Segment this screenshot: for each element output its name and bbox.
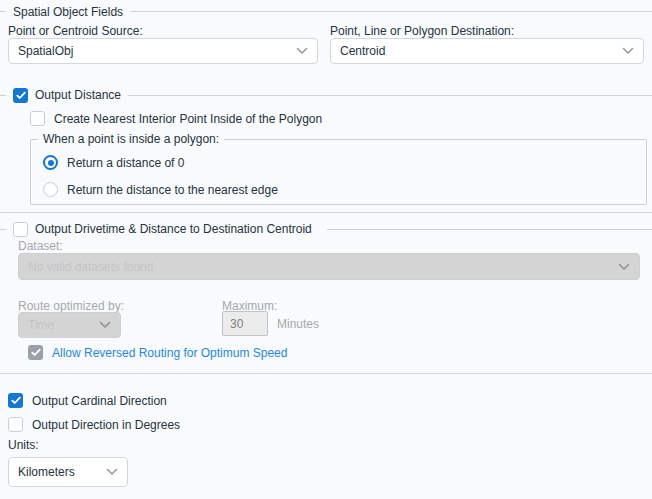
create-nearest-interior-point-row[interactable]: Create Nearest Interior Point Inside of … [30,111,322,126]
output-cardinal-direction-label[interactable]: Output Cardinal Direction [32,394,167,408]
group-border-line [128,95,652,96]
units-select[interactable]: Kilometers [8,457,128,487]
create-nearest-interior-point-label[interactable]: Create Nearest Interior Point Inside of … [54,112,322,126]
group-border-line [0,11,6,12]
source-select-value: SpatialObj [18,44,73,58]
chevron-down-icon [618,263,630,271]
source-field-label: Point or Centroid Source: [8,24,143,38]
output-direction-degrees-row[interactable]: Output Direction in Degrees [8,417,180,432]
check-icon [16,91,26,100]
output-distance-group-header: Output Distance [0,87,652,103]
output-direction-degrees-checkbox[interactable] [8,417,23,432]
output-cardinal-direction-checkbox[interactable] [8,393,23,408]
dataset-select-value: No valid datasets found [28,260,153,274]
output-distance-label[interactable]: Output Distance [35,88,121,102]
route-optimized-select-value: Time [28,318,54,332]
output-drivetime-label[interactable]: Output Drivetime & Distance to Destinati… [35,222,312,236]
chevron-down-icon [296,47,308,55]
group-border-line [327,229,652,230]
output-direction-degrees-label[interactable]: Output Direction in Degrees [32,418,180,432]
spatial-object-fields-group-header: Spatial Object Fields [0,4,652,19]
check-icon [11,396,21,405]
radio-return-distance-0-row[interactable]: Return a distance of 0 [43,155,184,170]
minutes-unit-label: Minutes [277,317,319,331]
distance-tool-config-panel: Spatial Object Fields Point or Centroid … [0,0,652,499]
output-drivetime-checkbox[interactable] [13,222,28,237]
units-select-value: Kilometers [18,465,75,479]
destination-field-label: Point, Line or Polygon Destination: [330,24,514,38]
route-optimized-label: Route optimized by: [18,299,124,313]
create-nearest-interior-point-checkbox[interactable] [30,111,45,126]
check-icon [31,348,41,357]
group-border-line [0,95,6,96]
radio-nearest-edge[interactable] [43,182,58,197]
radio-nearest-edge-label[interactable]: Return the distance to the nearest edge [67,183,278,197]
allow-reversed-routing-row: Allow Reversed Routing for Optimum Speed [28,345,287,360]
output-cardinal-direction-row[interactable]: Output Cardinal Direction [8,393,167,408]
radio-nearest-edge-row[interactable]: Return the distance to the nearest edge [43,182,278,197]
chevron-down-icon [99,321,111,329]
output-drivetime-group-header: Output Drivetime & Distance to Destinati… [0,221,652,237]
allow-reversed-routing-checkbox [28,345,43,360]
maximum-minutes-input [222,311,268,336]
spatial-object-fields-legend: Spatial Object Fields [13,5,123,19]
dataset-label: Dataset: [18,239,63,253]
destination-select[interactable]: Centroid [330,38,644,64]
output-distance-checkbox[interactable] [13,88,28,103]
section-divider [0,373,652,374]
group-border-line [0,229,6,230]
allow-reversed-routing-label: Allow Reversed Routing for Optimum Speed [52,346,287,360]
source-select[interactable]: SpatialObj [8,38,318,64]
section-divider [0,212,652,213]
dataset-select: No valid datasets found [18,253,640,280]
radio-return-distance-0[interactable] [43,155,58,170]
destination-select-value: Centroid [340,44,385,58]
route-optimized-select: Time [18,312,121,338]
inside-polygon-legend: When a point is inside a polygon: [38,132,224,146]
radio-return-distance-0-label[interactable]: Return a distance of 0 [67,156,184,170]
group-border-line [130,11,652,12]
chevron-down-icon [622,47,634,55]
inside-polygon-groupbox: When a point is inside a polygon: Return… [30,139,647,205]
chevron-down-icon [106,468,118,476]
units-label: Units: [8,438,39,452]
